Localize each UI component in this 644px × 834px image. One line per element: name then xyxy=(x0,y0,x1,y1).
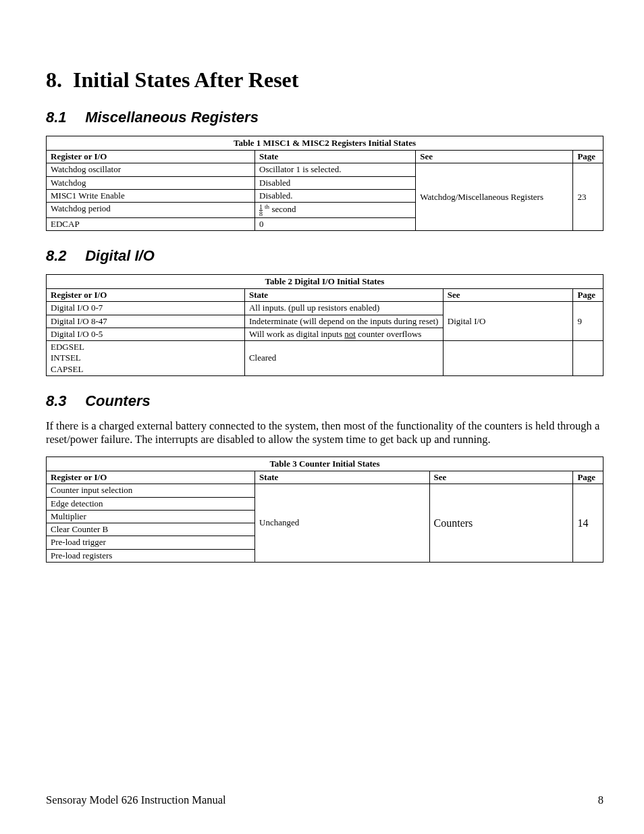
col-page: Page xyxy=(573,151,603,163)
cell-see-empty xyxy=(443,341,573,376)
section-8-1-heading: 8.1 Miscellaneous Registers xyxy=(46,109,603,126)
cell-register: Edge detection xyxy=(47,497,255,510)
col-register: Register or I/O xyxy=(47,471,255,484)
col-register: Register or I/O xyxy=(47,151,255,163)
cell-register: Digital I/O 0-5 xyxy=(47,328,245,340)
cell-register: Pre-load trigger xyxy=(47,536,255,549)
table-caption: Table 2 Digital I/O Initial States xyxy=(46,274,603,288)
col-page: Page xyxy=(573,289,603,302)
cell-state: 1 8 th second xyxy=(255,203,416,218)
table-caption: Table 1 MISC1 & MISC2 Registers Initial … xyxy=(46,136,603,150)
cell-page-empty xyxy=(573,341,603,376)
cell-page: 14 xyxy=(573,484,603,563)
cell-state: Indeterminate (will depend on the inputs… xyxy=(244,315,443,328)
section-8-2-heading: 8.2 Digital I/O xyxy=(46,247,603,265)
section-title: Digital I/O xyxy=(85,247,155,264)
section-number: 8.2 xyxy=(46,247,81,265)
cell-register: Multiplier xyxy=(47,510,255,523)
table-row: Watchdog oscillator Oscillator 1 is sele… xyxy=(47,163,603,176)
col-register: Register or I/O xyxy=(47,289,245,302)
cell-see: Watchdog/Miscellaneous Registers xyxy=(416,163,573,231)
cell-text: Will work as digital inputs xyxy=(249,329,344,339)
page-footer: Sensoray Model 626 Instruction Manual 8 xyxy=(46,793,603,807)
table-row: EDGSEL INTSEL CAPSEL Cleared xyxy=(47,341,603,376)
col-state: State xyxy=(255,151,416,163)
table-digital-io: Table 2 Digital I/O Initial States Regis… xyxy=(46,274,603,376)
cell-see: Digital I/O xyxy=(443,302,573,341)
table-row: Counter input selection Unchanged Counte… xyxy=(47,484,603,497)
table-row: Digital I/O 0-7 All inputs. (pull up res… xyxy=(47,302,603,315)
cell-state: All inputs. (pull up resistors enabled) xyxy=(244,302,443,315)
cell-state: Unchanged xyxy=(255,484,429,563)
table-header-row: Register or I/O State See Page xyxy=(47,471,603,484)
chapter-title: Initial States After Reset xyxy=(73,68,298,92)
fraction: 1 8 xyxy=(259,204,263,217)
table-header-row: Register or I/O State See Page xyxy=(47,151,603,163)
cell-register: EDCAP xyxy=(47,217,255,230)
chapter-number: 8. xyxy=(46,68,62,92)
col-page: Page xyxy=(573,471,603,484)
counters-paragraph: If there is a charged external battery c… xyxy=(46,419,603,447)
cell-state: Oscillator 1 is selected. xyxy=(255,163,416,176)
section-number: 8.3 xyxy=(46,392,81,410)
table-misc-registers: Table 1 MISC1 & MISC2 Registers Initial … xyxy=(46,136,603,231)
col-see: See xyxy=(416,151,573,163)
cell-register: Watchdog period xyxy=(47,203,255,218)
cell-state: Cleared xyxy=(244,341,443,376)
cell-register: Digital I/O 8-47 xyxy=(47,315,245,328)
cell-line: EDGSEL xyxy=(51,342,84,352)
cell-line: CAPSEL xyxy=(51,364,83,374)
cell-register: Watchdog oscillator xyxy=(47,163,255,176)
cell-register: Clear Counter B xyxy=(47,523,255,536)
section-title: Counters xyxy=(85,392,151,409)
cell-register: Watchdog xyxy=(47,176,255,189)
cell-state: Disabled. xyxy=(255,189,416,202)
cell-register: EDGSEL INTSEL CAPSEL xyxy=(47,341,245,376)
col-see: See xyxy=(429,471,573,484)
cell-page: 9 xyxy=(573,302,603,341)
section-title: Miscellaneous Registers xyxy=(85,109,259,126)
col-state: State xyxy=(244,289,443,302)
cell-state: Disabled xyxy=(255,176,416,189)
fraction-denominator: 8 xyxy=(259,210,263,217)
footer-left: Sensoray Model 626 Instruction Manual xyxy=(46,793,226,807)
table-counters: Table 3 Counter Initial States Register … xyxy=(46,457,603,563)
cell-text: counter overflows xyxy=(356,329,421,339)
fraction-numerator: 1 xyxy=(259,204,263,210)
cell-text: second xyxy=(269,204,296,214)
chapter-heading: 8. Initial States After Reset xyxy=(46,68,603,93)
table-header-row: Register or I/O State See Page xyxy=(47,289,603,302)
cell-see: Counters xyxy=(429,484,573,563)
section-number: 8.1 xyxy=(46,109,81,126)
footer-page-number: 8 xyxy=(598,793,603,807)
col-state: State xyxy=(255,471,429,484)
col-see: See xyxy=(443,289,573,302)
cell-line: INTSEL xyxy=(51,353,81,363)
table-caption: Table 3 Counter Initial States xyxy=(46,457,603,471)
cell-text-underline: not xyxy=(344,329,356,339)
cell-state: Will work as digital inputs not counter … xyxy=(244,328,443,340)
cell-page: 23 xyxy=(573,163,603,231)
cell-register: Counter input selection xyxy=(47,484,255,497)
cell-state: 0 xyxy=(255,217,416,230)
cell-register: Digital I/O 0-7 xyxy=(47,302,245,315)
section-8-3-heading: 8.3 Counters xyxy=(46,392,603,410)
cell-register: MISC1 Write Enable xyxy=(47,189,255,202)
cell-register: Pre-load registers xyxy=(47,549,255,562)
